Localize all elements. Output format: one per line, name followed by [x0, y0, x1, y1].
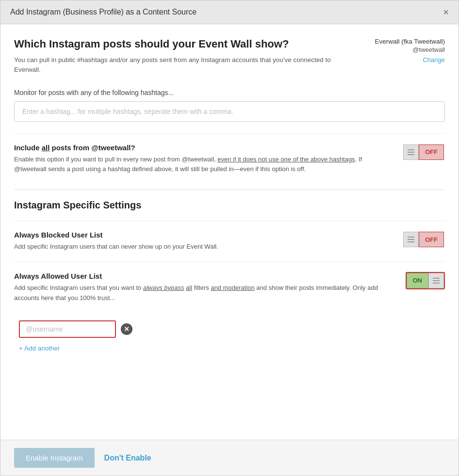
drag-lines-2 [408, 237, 414, 242]
top-left: Which Instagram posts should your Event … [14, 38, 375, 75]
allowed-user-drag-handle[interactable] [428, 273, 444, 288]
include-all-content: Include all posts from @tweetwall? Enabl… [14, 143, 402, 175]
hashtag-section-label: Monitor for posts with any of the follow… [14, 89, 445, 96]
account-handle: @tweetwall [375, 46, 445, 53]
blocked-user-toggle-row: Always Blocked User List Add specific In… [14, 221, 445, 262]
blocked-user-content: Always Blocked User List Add specific In… [14, 231, 402, 252]
allowed-user-toggle-btn[interactable]: ON [407, 273, 429, 288]
allowed-user-desc: Add specific Instagram users that you wa… [14, 283, 386, 303]
section-divider [14, 189, 445, 190]
allowed-user-content: Always Allowed User List Add specific In… [14, 272, 406, 303]
modal-title: Add Instagram (Business Profile) as a Co… [10, 8, 197, 16]
account-info: Everwall (fka Tweetwall) @tweetwall Chan… [375, 38, 445, 64]
dont-enable-button[interactable]: Don't Enable [104, 454, 151, 462]
username-input[interactable] [19, 320, 116, 338]
include-all-drag-handle[interactable] [403, 144, 419, 160]
include-all-toggle-row: Include all posts from @tweetwall? Enabl… [14, 133, 445, 185]
main-question: Which Instagram posts should your Event … [14, 38, 355, 50]
add-another-button[interactable]: + Add another [14, 345, 60, 352]
user-list-section: ✕ + Add another [14, 320, 445, 352]
blocked-user-toggle-widget[interactable]: OFF [402, 231, 445, 248]
modal: Add Instagram (Business Profile) as a Co… [0, 0, 459, 476]
allowed-user-toggle-row: Always Allowed User List Add specific In… [14, 262, 445, 313]
modal-footer: Enable Instagram Don't Enable [0, 440, 459, 476]
blocked-user-drag-handle[interactable] [403, 232, 419, 247]
include-all-desc: Enable this option if you want to pull i… [14, 155, 383, 175]
blocked-user-title: Always Blocked User List [14, 231, 383, 239]
modal-body: Which Instagram posts should your Event … [0, 24, 459, 440]
allowed-user-toggle-widget[interactable]: ON [406, 272, 445, 289]
blocked-user-toggle-btn[interactable]: OFF [419, 232, 444, 247]
drag-lines-3 [433, 278, 440, 284]
main-description: You can pull in public #hashtags and/or … [14, 55, 355, 75]
hashtag-input[interactable] [14, 101, 445, 122]
close-button[interactable]: × [443, 7, 449, 17]
include-all-toggle-widget[interactable]: OFF [402, 143, 445, 161]
drag-lines [408, 149, 414, 155]
account-name: Everwall (fka Tweetwall) [375, 38, 445, 45]
instagram-settings-title: Instagram Specific Settings [14, 200, 445, 211]
remove-username-button[interactable]: ✕ [121, 323, 132, 335]
username-input-row: ✕ [14, 320, 445, 338]
enable-instagram-button[interactable]: Enable Instagram [14, 448, 95, 468]
blocked-user-desc: Add specific Instagram users that can ne… [14, 242, 383, 252]
allowed-user-title: Always Allowed User List [14, 272, 386, 280]
include-all-title: Include all posts from @tweetwall? [14, 143, 383, 152]
include-all-toggle-btn[interactable]: OFF [419, 144, 444, 160]
account-change-link[interactable]: Change [423, 56, 445, 63]
top-section: Which Instagram posts should your Event … [14, 38, 445, 75]
modal-header: Add Instagram (Business Profile) as a Co… [0, 0, 459, 24]
